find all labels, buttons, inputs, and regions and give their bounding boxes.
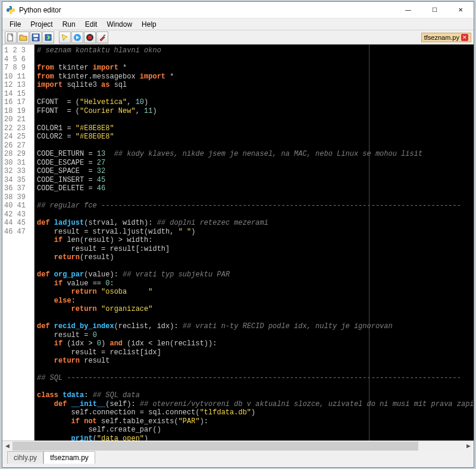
open-file-button[interactable] (17, 32, 29, 43)
window-title: Python editor (19, 6, 395, 14)
menu-file[interactable]: File (5, 19, 26, 30)
settings-button[interactable] (96, 32, 108, 43)
menu-help[interactable]: Help (137, 19, 161, 30)
line-number-gutter: 1 2 3 4 5 6 7 8 9 10 11 12 13 14 15 16 1… (2, 45, 35, 440)
close-file-icon[interactable]: ✕ (461, 34, 468, 41)
tab-cihly[interactable]: cihly.py (7, 451, 43, 464)
menubar: File Project Run Edit Window Help (2, 18, 474, 30)
save-all-button[interactable] (42, 32, 54, 43)
scroll-left-button[interactable]: ◀ (2, 442, 12, 451)
new-file-button[interactable] (5, 32, 17, 43)
maximize-button[interactable]: ☐ (421, 2, 447, 18)
scroll-right-button[interactable]: ▶ (464, 442, 474, 451)
minimize-button[interactable]: — (395, 2, 421, 18)
scroll-track[interactable] (12, 442, 464, 451)
tab-tfseznam[interactable]: tfseznam.py (43, 451, 95, 464)
file-tabs: cihly.py tfseznam.py (2, 451, 474, 464)
svg-rect-8 (104, 34, 105, 36)
code-editor[interactable]: # seznam kontaktu hlavni okno from tkint… (35, 45, 474, 440)
menu-edit[interactable]: Edit (80, 19, 102, 30)
main-window: Python editor — ☐ ✕ File Project Run Edi… (2, 1, 474, 468)
edit-button[interactable] (59, 32, 71, 43)
print-margin (369, 45, 369, 440)
close-button[interactable]: ✕ (447, 2, 474, 18)
stop-button[interactable] (84, 32, 96, 43)
svg-rect-0 (8, 34, 12, 41)
statusbar (2, 464, 474, 467)
open-file-label: tfseznam.py (424, 34, 459, 41)
svg-rect-3 (34, 38, 37, 40)
scroll-thumb[interactable] (12, 442, 418, 451)
horizontal-scrollbar[interactable]: ◀ ▶ (2, 440, 474, 451)
app-icon (6, 5, 15, 15)
save-button[interactable] (30, 32, 42, 43)
window-buttons: — ☐ ✕ (395, 2, 474, 18)
editor-area: 1 2 3 4 5 6 7 8 9 10 11 12 13 14 15 16 1… (2, 45, 474, 440)
svg-rect-7 (88, 36, 92, 39)
menu-run[interactable]: Run (58, 19, 80, 30)
svg-rect-2 (33, 34, 38, 37)
run-button[interactable] (71, 32, 83, 43)
svg-rect-4 (45, 34, 51, 40)
titlebar: Python editor — ☐ ✕ (2, 2, 474, 18)
toolbar: tfseznam.py ✕ (2, 30, 474, 45)
open-file-chip[interactable]: tfseznam.py ✕ (421, 33, 471, 42)
menu-project[interactable]: Project (26, 19, 57, 30)
menu-window[interactable]: Window (102, 19, 137, 30)
